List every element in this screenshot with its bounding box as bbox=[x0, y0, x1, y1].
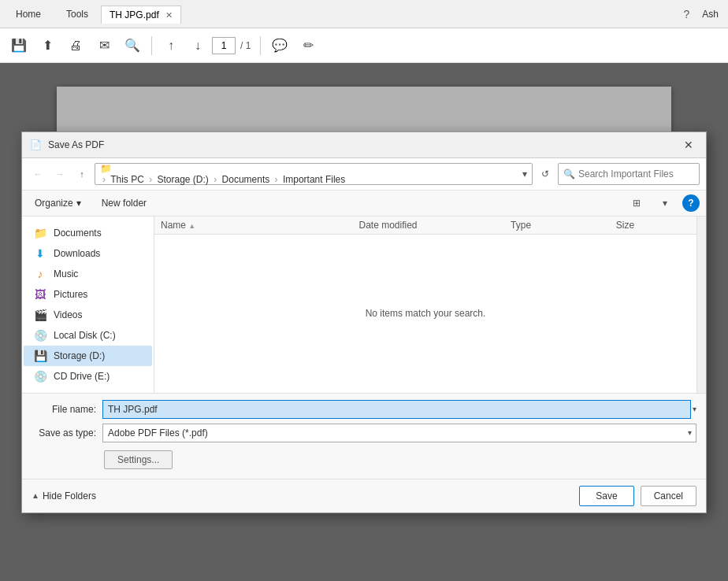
breadcrumb-important-files: Important Files bbox=[283, 174, 345, 185]
dialog-save-button[interactable]: Save bbox=[579, 486, 633, 506]
search-icon: 🔍 bbox=[563, 168, 575, 179]
hide-folders-label: Hide Folders bbox=[43, 490, 96, 501]
address-bar[interactable]: 📁 › This PC › Storage (D:) › Documents ›… bbox=[95, 163, 533, 185]
save-icon: 💾 bbox=[11, 38, 27, 53]
hide-folders-toggle[interactable]: ▲ Hide Folders bbox=[32, 490, 96, 501]
breadcrumb-documents: Documents bbox=[222, 174, 270, 185]
organize-button[interactable]: Organize ▾ bbox=[28, 195, 87, 211]
file-list: Name ▲ Date modified Type Size No items … bbox=[154, 216, 696, 393]
videos-icon: 🎬 bbox=[33, 309, 47, 321]
local-disk-icon: 💿 bbox=[33, 329, 47, 342]
pictures-icon: 🖼 bbox=[33, 288, 47, 301]
comment-button[interactable]: 💬 bbox=[267, 33, 292, 58]
breadcrumb: 📁 › This PC › Storage (D:) › Documents ›… bbox=[100, 163, 345, 185]
dialog-toolbar: Organize ▾ New folder ⊞ ▾ ? bbox=[22, 191, 706, 216]
sidebar-item-documents[interactable]: 📁 Documents bbox=[24, 223, 152, 243]
help-circle-button[interactable]: ? bbox=[682, 194, 700, 212]
tab-doc-label: TH JPG.pdf bbox=[110, 9, 159, 20]
address-dropdown-icon[interactable]: ▾ bbox=[522, 168, 527, 179]
downloads-icon: ⬇ bbox=[33, 247, 47, 260]
file-list-empty-message: No items match your search. bbox=[154, 235, 696, 393]
filetype-select-wrapper: Adobe PDF Files (*.pdf) ▾ bbox=[102, 424, 696, 442]
tab-tools[interactable]: Tools bbox=[54, 4, 101, 24]
edit-button[interactable]: ✏ bbox=[295, 33, 321, 58]
back-button[interactable]: ← bbox=[28, 165, 47, 183]
page-navigation: ↑ ↓ / 1 bbox=[158, 33, 254, 58]
sidebar-item-label: Downloads bbox=[54, 248, 100, 259]
hide-folders-arrow-icon: ▲ bbox=[32, 491, 39, 500]
sidebar-item-downloads[interactable]: ⬇ Downloads bbox=[24, 243, 152, 264]
documents-icon: 📁 bbox=[33, 227, 47, 239]
sidebar-item-storage[interactable]: 💾 Storage (D:) bbox=[24, 346, 152, 366]
comment-icon: 💬 bbox=[272, 38, 288, 53]
column-date[interactable]: Date modified bbox=[352, 220, 504, 231]
save-as-dialog: 📄 Save As PDF ✕ ← → ↑ 📁 › This PC › bbox=[21, 131, 707, 513]
dialog-nav-bar: ← → ↑ 📁 › This PC › Storage (D:) › Docum… bbox=[22, 158, 706, 191]
email-button[interactable]: ✉ bbox=[91, 33, 117, 58]
sort-arrow-icon: ▲ bbox=[188, 222, 195, 230]
filename-input[interactable] bbox=[102, 400, 691, 419]
dialog-form: File name: ▾ Save as type: Adobe PDF Fil… bbox=[22, 393, 706, 479]
find-button[interactable]: 🔍 bbox=[120, 33, 145, 58]
sidebar-item-label: Videos bbox=[54, 309, 82, 320]
column-size[interactable]: Size bbox=[610, 220, 696, 231]
prev-page-button[interactable]: ↑ bbox=[158, 33, 184, 58]
dialog-footer: ▲ Hide Folders Save Cancel bbox=[22, 479, 706, 513]
new-folder-button[interactable]: New folder bbox=[94, 195, 154, 211]
organize-label: Organize bbox=[35, 198, 73, 209]
next-page-button[interactable]: ↓ bbox=[185, 33, 210, 58]
column-name[interactable]: Name ▲ bbox=[154, 220, 352, 231]
file-list-header: Name ▲ Date modified Type Size bbox=[154, 216, 696, 235]
tab-close-icon[interactable]: ✕ bbox=[165, 10, 173, 20]
sidebar-item-music[interactable]: ♪ Music bbox=[24, 264, 152, 284]
column-name-label: Name bbox=[161, 220, 186, 231]
dialog-close-button[interactable]: ✕ bbox=[679, 137, 698, 153]
tab-bar: Home Tools TH JPG.pdf ✕ ? Ash bbox=[0, 0, 728, 28]
toolbar-divider bbox=[151, 36, 152, 55]
dialog-titlebar: 📄 Save As PDF ✕ bbox=[22, 132, 706, 158]
settings-button[interactable]: Settings... bbox=[104, 450, 173, 469]
view-dropdown-button[interactable]: ▾ bbox=[654, 194, 676, 213]
find-icon: 🔍 bbox=[124, 38, 140, 53]
email-icon: ✉ bbox=[99, 38, 110, 53]
sidebar-item-label: Local Disk (C:) bbox=[54, 330, 116, 341]
dialog-cancel-button[interactable]: Cancel bbox=[641, 486, 696, 506]
save-button[interactable]: 💾 bbox=[6, 33, 32, 58]
footer-buttons: Save Cancel bbox=[579, 486, 696, 506]
upload-icon: ⬆ bbox=[43, 38, 53, 53]
search-box: 🔍 bbox=[558, 163, 700, 185]
breadcrumb-folder-icon: 📁 bbox=[100, 163, 345, 174]
dialog-title: Save As PDF bbox=[48, 139, 673, 150]
upload-button[interactable]: ⬆ bbox=[35, 33, 60, 58]
user-label: Ash bbox=[696, 6, 725, 23]
refresh-button[interactable]: ↺ bbox=[536, 165, 555, 183]
up-button[interactable]: ↑ bbox=[72, 165, 91, 183]
column-type[interactable]: Type bbox=[504, 220, 610, 231]
tab-document[interactable]: TH JPG.pdf ✕ bbox=[101, 6, 181, 24]
search-input[interactable] bbox=[578, 168, 694, 179]
sidebar-item-label: Storage (D:) bbox=[54, 350, 105, 361]
sidebar-item-label: CD Drive (E:) bbox=[54, 371, 110, 382]
music-icon: ♪ bbox=[33, 268, 47, 280]
cd-drive-icon: 💿 bbox=[33, 370, 47, 383]
sidebar-item-local-disk[interactable]: 💿 Local Disk (C:) bbox=[24, 325, 152, 346]
pdf-viewer-area: tom's HARDWARE 📄 Save As PDF ✕ ← → ↑ bbox=[0, 63, 728, 581]
help-button[interactable]: ? bbox=[678, 5, 696, 24]
page-total: / 1 bbox=[237, 40, 254, 51]
dialog-content: 📁 Documents ⬇ Downloads ♪ Music 🖼 bbox=[22, 216, 706, 393]
scrollbar[interactable] bbox=[696, 216, 706, 393]
filename-row: File name: ▾ bbox=[32, 400, 696, 419]
sidebar-item-pictures[interactable]: 🖼 Pictures bbox=[24, 284, 152, 305]
organize-dropdown-icon: ▾ bbox=[76, 198, 81, 209]
sidebar-item-videos[interactable]: 🎬 Videos bbox=[24, 305, 152, 325]
filetype-select[interactable]: Adobe PDF Files (*.pdf) bbox=[102, 424, 696, 442]
page-number-input[interactable] bbox=[212, 37, 236, 54]
tab-home[interactable]: Home bbox=[3, 4, 54, 24]
breadcrumb-storage: Storage (D:) bbox=[158, 174, 209, 185]
sidebar-item-cd-drive[interactable]: 💿 CD Drive (E:) bbox=[24, 366, 152, 387]
view-options-button[interactable]: ⊞ bbox=[626, 194, 648, 213]
filename-dropdown-icon[interactable]: ▾ bbox=[693, 405, 696, 413]
print-button[interactable]: 🖨 bbox=[63, 33, 88, 58]
edit-icon: ✏ bbox=[303, 38, 314, 53]
forward-button[interactable]: → bbox=[50, 165, 69, 183]
